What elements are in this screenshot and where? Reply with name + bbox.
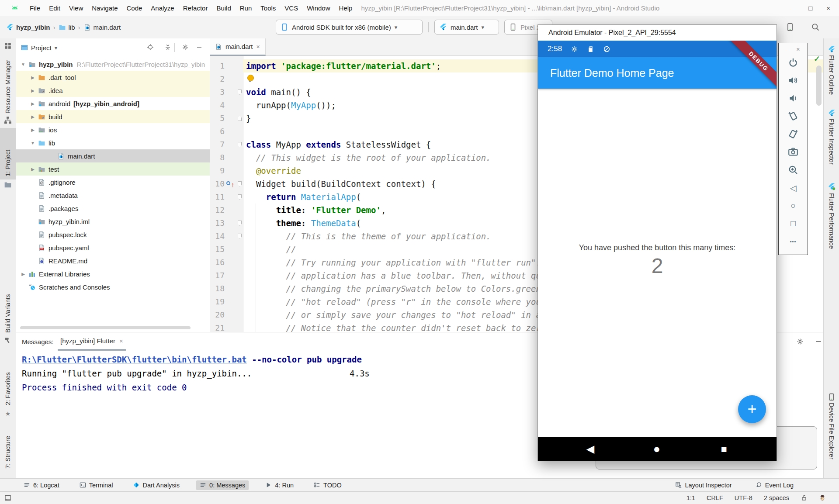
gear-icon[interactable] — [182, 44, 189, 51]
indent-setting[interactable]: 2 spaces — [764, 494, 789, 501]
collapse-all-icon[interactable] — [164, 44, 171, 51]
toolwindow-button-dart-analysis[interactable]: Dart Analysis — [129, 480, 183, 490]
fab-add-button[interactable]: + — [738, 395, 766, 423]
maximize-window-icon[interactable]: □ — [808, 4, 812, 12]
tree-collapse-icon[interactable]: ▶ — [28, 114, 38, 119]
emulator-screen[interactable]: 2:58 Flutter Demo Home Page DEBUG You ha… — [538, 41, 777, 461]
close-window-icon[interactable]: × — [826, 4, 830, 12]
chevron-down-icon[interactable]: ▾ — [55, 45, 58, 51]
project-panel-title[interactable]: Project — [31, 44, 52, 52]
lock-icon[interactable] — [801, 494, 808, 501]
tab-flutter-inspector[interactable]: Flutter Inspector — [824, 119, 839, 175]
menu-run[interactable]: Run — [236, 3, 257, 14]
console-link[interactable]: R:\Flutter\FlutterSDK\flutter\bin\flutte… — [22, 355, 247, 364]
tree-item-lib[interactable]: ▼lib — [16, 136, 210, 149]
toolwindow-button-6-logcat[interactable]: 6: Logcat — [20, 480, 63, 490]
resource-manager-icon[interactable] — [4, 42, 12, 50]
home-button[interactable]: ○ — [788, 200, 798, 211]
tab-main-dart[interactable]: main.dart × — [210, 38, 266, 56]
menu-file[interactable]: File — [25, 3, 45, 14]
override-icon[interactable] — [226, 181, 230, 185]
tab-device-file-explorer[interactable]: Device File Explorer — [824, 403, 839, 473]
breadcrumb-lib[interactable]: lib — [59, 24, 75, 31]
tree-item-metadata[interactable]: .metadata — [16, 189, 210, 202]
line-endings[interactable]: CRLF — [707, 494, 723, 501]
tree-collapse-icon[interactable]: ▶ — [28, 167, 38, 172]
menu-vcs[interactable]: VCS — [280, 3, 302, 14]
volume-up-button[interactable] — [788, 75, 798, 86]
tab-flutter-performance[interactable]: Flutter Performance — [824, 193, 839, 259]
tab-build-variants[interactable]: Build Variants — [0, 283, 16, 333]
horizontal-scrollbar[interactable] — [20, 326, 191, 329]
tree-item-build[interactable]: ▶build — [16, 110, 210, 123]
close-icon[interactable]: × — [257, 43, 260, 50]
zoom-in-button[interactable] — [788, 165, 798, 175]
tree-item-test[interactable]: ▶test — [16, 162, 210, 176]
minimize-window-icon[interactable]: – — [791, 4, 794, 12]
tree-collapse-icon[interactable]: ▶ — [28, 128, 38, 132]
menu-analyze[interactable]: Analyze — [146, 3, 178, 14]
menu-view[interactable]: View — [65, 3, 87, 14]
tab-structure[interactable]: 7: Structure — [0, 421, 16, 469]
caret-position[interactable]: 1:1 — [686, 494, 695, 501]
intention-bulb-icon[interactable] — [247, 75, 254, 81]
screenshot-button[interactable] — [788, 147, 798, 157]
fold-open-icon[interactable] — [238, 181, 242, 186]
tree-expand-icon[interactable]: ▼ — [18, 62, 28, 67]
tool-windows-icon[interactable] — [4, 494, 11, 501]
tab-favorites[interactable]: 2: Favorites — [0, 356, 16, 405]
close-emulator-icon[interactable]: × — [796, 46, 800, 53]
menu-code[interactable]: Code — [122, 3, 146, 14]
avd-manager-icon[interactable] — [786, 23, 794, 31]
run-config-selector[interactable]: main.dart ▾ — [434, 20, 499, 35]
toolwindow-button-todo[interactable]: TODO — [310, 480, 345, 490]
device-selector[interactable]: Android SDK built for x86 (mobile) ▾ — [276, 20, 423, 35]
hide-panel-icon[interactable] — [196, 44, 203, 51]
tab-resource-manager[interactable]: Resource Manager — [0, 52, 16, 114]
tree-item-main-dart[interactable]: main.dart — [16, 149, 210, 162]
tree-collapse-icon[interactable]: ▶ — [18, 272, 28, 276]
close-icon[interactable]: × — [119, 337, 123, 345]
tree-item-scratches-and-consoles[interactable]: Scratches and Consoles — [16, 280, 210, 293]
tree-item-pubspec-lock[interactable]: pubspec.lock — [16, 228, 210, 241]
file-encoding[interactable]: UTF-8 — [735, 494, 752, 501]
toolwindow-button-4-run[interactable]: 4: Run — [262, 480, 297, 490]
gear-icon[interactable] — [796, 338, 804, 345]
structure-tool-icon[interactable] — [4, 116, 12, 124]
tree-item-android[interactable]: ▶android[hyzp_yibin_android] — [16, 97, 210, 110]
nav-overview-button[interactable]: ■ — [715, 437, 733, 461]
nav-back-button[interactable]: ◀ — [582, 437, 599, 461]
breadcrumb-main-dart[interactable]: main.dart — [83, 24, 121, 31]
back-button[interactable]: ◁ — [788, 183, 798, 193]
tree-item-external-libraries[interactable]: ▶External Libraries — [16, 267, 210, 280]
hector-inspections-icon[interactable] — [819, 494, 826, 501]
toolwindow-button-event-log[interactable]: Event Log — [752, 480, 797, 490]
menu-help[interactable]: Help — [335, 3, 357, 14]
menu-refactor[interactable]: Refactor — [179, 3, 212, 14]
tree-item-hyzp-yibin-iml[interactable]: hyzp_yibin.iml — [16, 215, 210, 228]
tree-item-packages[interactable]: .packages — [16, 202, 210, 215]
tree-item-pubspec-yaml[interactable]: YMLpubspec.yaml — [16, 241, 210, 254]
fold-open-icon[interactable] — [238, 142, 242, 147]
tree-collapse-icon[interactable]: ▶ — [28, 75, 38, 80]
fold-open-icon[interactable] — [238, 194, 242, 200]
tab-project[interactable]: 1: Project — [0, 131, 16, 176]
menu-window[interactable]: Window — [302, 3, 334, 14]
tab-flutter-outline[interactable]: Flutter Outline — [824, 55, 839, 104]
fold-open-icon[interactable] — [238, 221, 242, 226]
toolwindow-button-layout-inspector[interactable]: Layout Inspector — [672, 480, 735, 490]
tree-item-readme-md[interactable]: iREADME.md — [16, 254, 210, 267]
tree-collapse-icon[interactable]: ▶ — [28, 88, 38, 93]
toolwindow-button-terminal[interactable]: Terminal — [76, 480, 117, 490]
more-button[interactable]: ••• — [788, 236, 798, 247]
tree-item-hyzp-yibin[interactable]: ▼hyzp_yibinR:\FlutterProject\FlutterProj… — [16, 58, 210, 71]
power-button[interactable] — [788, 57, 798, 68]
tab-flutter-messages[interactable]: [hyzp_yibin] Flutter × — [58, 332, 126, 351]
rotate-left-button[interactable] — [788, 111, 798, 121]
tree-collapse-icon[interactable]: ▶ — [28, 101, 38, 106]
search-icon[interactable] — [811, 23, 820, 31]
volume-down-button[interactable] — [788, 93, 798, 104]
fold-open-icon[interactable] — [238, 234, 242, 239]
overview-button[interactable]: □ — [788, 218, 798, 229]
editor-scrollbar[interactable] — [816, 66, 822, 106]
